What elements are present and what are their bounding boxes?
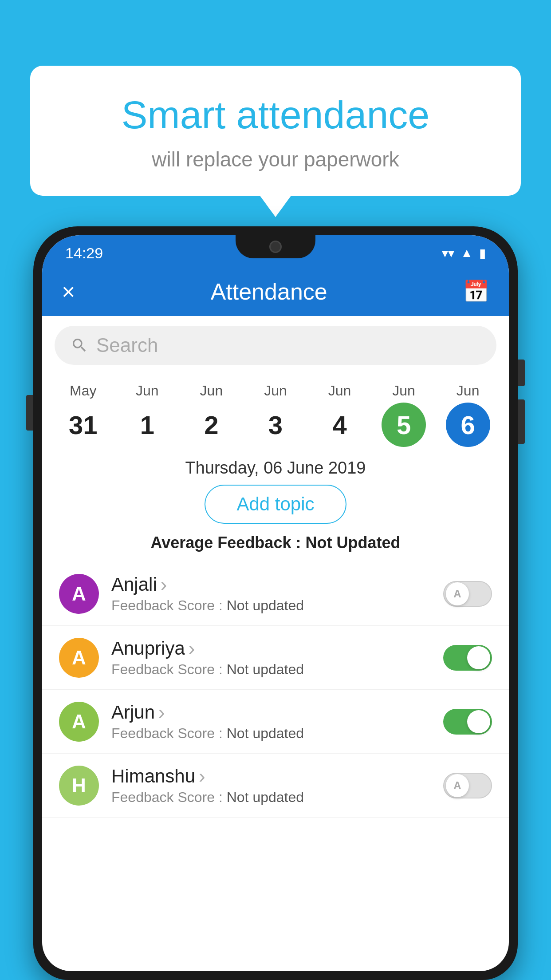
search-placeholder: Search bbox=[96, 334, 158, 356]
search-bar[interactable]: Search bbox=[55, 326, 496, 365]
calendar-icon[interactable]: 📅 bbox=[463, 279, 489, 304]
cal-date-number: 6 bbox=[446, 403, 490, 447]
cal-date-number: 3 bbox=[253, 403, 298, 447]
cal-date-number: 5 bbox=[382, 403, 426, 447]
attendance-toggle[interactable]: P bbox=[443, 645, 492, 671]
cal-date-number: 31 bbox=[61, 403, 105, 447]
calendar-day-4[interactable]: Jun4 bbox=[313, 383, 366, 447]
bubble-title: Smart attendance bbox=[66, 92, 485, 138]
cal-month-label: Jun bbox=[136, 383, 159, 399]
header-title: Attendance bbox=[211, 278, 327, 305]
students-list: AAnjaliFeedback Score : Not updatedAAAnu… bbox=[42, 562, 509, 818]
student-name: Anupriya bbox=[111, 637, 431, 660]
student-item-himanshu[interactable]: HHimanshuFeedback Score : Not updatedA bbox=[42, 754, 509, 818]
calendar-day-1[interactable]: Jun1 bbox=[121, 383, 174, 447]
student-avatar: H bbox=[59, 766, 99, 806]
cal-month-label: Jun bbox=[264, 383, 287, 399]
student-avatar: A bbox=[59, 638, 99, 678]
status-time: 14:29 bbox=[65, 245, 103, 262]
cal-month-label: Jun bbox=[457, 383, 480, 399]
student-info: AnjaliFeedback Score : Not updated bbox=[111, 573, 431, 614]
calendar-day-31[interactable]: May31 bbox=[56, 383, 110, 447]
student-name: Anjali bbox=[111, 573, 431, 596]
calendar-day-6[interactable]: Jun6 bbox=[441, 383, 495, 447]
student-feedback: Feedback Score : Not updated bbox=[111, 789, 431, 806]
phone-notch bbox=[236, 235, 315, 258]
cal-date-number: 4 bbox=[318, 403, 362, 447]
student-item-arjun[interactable]: AArjunFeedback Score : Not updatedP bbox=[42, 690, 509, 754]
student-info: ArjunFeedback Score : Not updated bbox=[111, 701, 431, 742]
student-feedback: Feedback Score : Not updated bbox=[111, 725, 431, 742]
student-item-anupriya[interactable]: AAnupriyaFeedback Score : Not updatedP bbox=[42, 626, 509, 690]
student-avatar: A bbox=[59, 574, 99, 614]
phone-frame: 14:29 ▾▾ ▲ ▮ × Attendance 📅 Search May31… bbox=[33, 226, 518, 980]
volume-button bbox=[26, 395, 33, 431]
student-feedback: Feedback Score : Not updated bbox=[111, 661, 431, 678]
attendance-toggle[interactable]: A bbox=[443, 773, 492, 798]
cal-month-label: Jun bbox=[200, 383, 223, 399]
app-header: × Attendance 📅 bbox=[42, 267, 509, 316]
phone-screen: 14:29 ▾▾ ▲ ▮ × Attendance 📅 Search May31… bbox=[42, 235, 509, 971]
average-feedback: Average Feedback : Not Updated bbox=[42, 533, 509, 552]
student-feedback: Feedback Score : Not updated bbox=[111, 597, 431, 614]
power-button-1 bbox=[518, 360, 525, 386]
student-item-anjali[interactable]: AAnjaliFeedback Score : Not updatedA bbox=[42, 562, 509, 626]
attendance-toggle[interactable]: P bbox=[443, 709, 492, 735]
power-button-2 bbox=[518, 399, 525, 444]
student-name: Himanshu bbox=[111, 765, 431, 787]
search-icon bbox=[71, 336, 88, 354]
student-info: AnupriyaFeedback Score : Not updated bbox=[111, 637, 431, 678]
signal-icon: ▲ bbox=[460, 246, 473, 260]
student-info: HimanshuFeedback Score : Not updated bbox=[111, 765, 431, 806]
wifi-icon: ▾▾ bbox=[442, 246, 454, 261]
close-button[interactable]: × bbox=[62, 278, 75, 305]
cal-date-number: 2 bbox=[189, 403, 233, 447]
add-topic-button[interactable]: Add topic bbox=[205, 485, 346, 524]
status-icons: ▾▾ ▲ ▮ bbox=[442, 246, 486, 261]
calendar-row: May31Jun1Jun2Jun3Jun4Jun5Jun6 bbox=[42, 375, 509, 450]
student-name: Arjun bbox=[111, 701, 431, 723]
battery-icon: ▮ bbox=[479, 246, 486, 261]
selected-date: Thursday, 06 June 2019 bbox=[42, 458, 509, 478]
attendance-toggle[interactable]: A bbox=[443, 581, 492, 607]
calendar-day-2[interactable]: Jun2 bbox=[185, 383, 238, 447]
bubble-subtitle: will replace your paperwork bbox=[66, 147, 485, 171]
camera bbox=[269, 241, 282, 253]
speech-bubble-container: Smart attendance will replace your paper… bbox=[30, 66, 521, 196]
cal-month-label: Jun bbox=[328, 383, 351, 399]
student-avatar: A bbox=[59, 702, 99, 742]
calendar-day-3[interactable]: Jun3 bbox=[249, 383, 302, 447]
cal-month-label: May bbox=[70, 383, 96, 399]
cal-date-number: 1 bbox=[125, 403, 169, 447]
cal-month-label: Jun bbox=[392, 383, 415, 399]
speech-bubble: Smart attendance will replace your paper… bbox=[30, 66, 521, 196]
calendar-day-5[interactable]: Jun5 bbox=[377, 383, 430, 447]
